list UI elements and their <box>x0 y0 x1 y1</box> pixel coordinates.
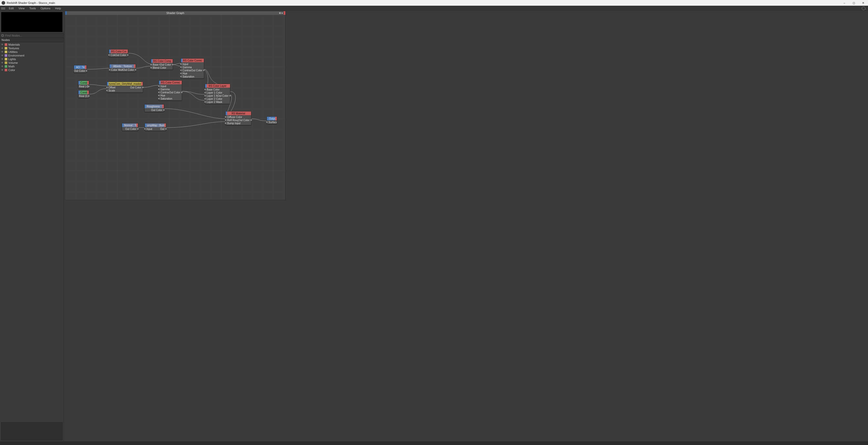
port-in[interactable] <box>266 122 268 123</box>
node-dirtywall-texture[interactable]: turesCom_DirtyWall_masked_XL : Textu Off… <box>107 82 143 93</box>
expand-icon[interactable] <box>1 65 4 68</box>
port-in[interactable] <box>204 101 206 103</box>
shader-graph-window[interactable]: Shader Graph ✥ ▾ <box>65 11 286 200</box>
port-label: Input <box>145 128 152 131</box>
expand-icon[interactable] <box>1 47 4 49</box>
clear-search-icon[interactable]: × <box>1 34 4 37</box>
node-output[interactable]: Output Surface <box>267 116 277 124</box>
port-label: Real (-0.5) <box>79 85 89 88</box>
port-out[interactable] <box>135 69 136 71</box>
node-bump-map[interactable]: umpMap : Bump Ma InputOut <box>145 123 166 131</box>
port-in[interactable] <box>158 89 160 90</box>
expand-icon[interactable] <box>1 43 4 46</box>
port-in[interactable] <box>204 89 206 90</box>
port-in[interactable] <box>158 95 160 96</box>
port-in[interactable] <box>150 64 152 65</box>
node-title: RS Color Correct <box>181 59 204 62</box>
expand-icon[interactable] <box>1 50 4 53</box>
menu-tools[interactable]: Tools <box>27 6 38 10</box>
port-out[interactable] <box>165 128 167 130</box>
expand-icon[interactable] <box>1 62 4 64</box>
close-button[interactable]: ✕ <box>860 1 866 5</box>
port-out[interactable] <box>163 109 165 111</box>
port-in[interactable] <box>204 92 206 93</box>
collapse-icon[interactable]: ▾ <box>281 12 283 14</box>
port-in[interactable] <box>225 123 226 124</box>
sidebar: × Nodes Materials Textures Utilities Env… <box>0 11 64 441</box>
node-rs-color-layer[interactable]: RS Color Layer Base Color Layer 1 Color … <box>205 84 230 104</box>
tree-item-environment[interactable]: Environment <box>0 54 64 57</box>
port-in[interactable] <box>144 128 146 130</box>
node-constant-2[interactable]: Constant Real (0.1) <box>78 90 89 98</box>
menu-edit[interactable]: Edit <box>7 6 16 10</box>
tree-item-materials[interactable]: Materials <box>0 43 64 46</box>
port-in[interactable] <box>204 98 206 100</box>
title-cap-left <box>65 11 67 15</box>
port-in[interactable] <box>108 54 110 56</box>
expand-icon[interactable] <box>1 69 4 71</box>
port-in[interactable] <box>106 90 108 91</box>
node-roughness-texture[interactable]: Roughness : Textur Out Color <box>144 104 164 112</box>
shader-graph-titlebar[interactable]: Shader Graph ✥ ▾ <box>65 11 285 15</box>
port-out[interactable] <box>142 87 144 88</box>
node-rs-material[interactable]: RS Material Diffuse Color Refl RoughneOu… <box>225 111 251 125</box>
node-rs-color-correct-1[interactable]: RS Color Correct Input Gamma ContrastOut… <box>181 58 204 78</box>
port-in[interactable] <box>180 66 182 68</box>
port-in[interactable] <box>150 67 152 68</box>
material-preview[interactable] <box>1 12 63 32</box>
port-in[interactable] <box>180 76 182 77</box>
hamburger-icon[interactable] <box>1 7 5 9</box>
port-out[interactable] <box>181 92 183 93</box>
tree-item-textures[interactable]: Textures <box>0 46 64 50</box>
expand-icon[interactable] <box>1 58 4 61</box>
port-out[interactable] <box>203 69 205 71</box>
node-ao-texture[interactable]: AO : Texture Out Color <box>74 65 87 73</box>
port-in[interactable] <box>158 85 160 87</box>
port-in[interactable] <box>158 98 160 99</box>
port-out[interactable] <box>86 70 87 72</box>
port-label: Blend Color <box>151 66 166 69</box>
port-in[interactable] <box>158 92 160 93</box>
menu-options[interactable]: Options <box>38 6 53 10</box>
tree-item-utilities[interactable]: Utilities <box>0 50 64 54</box>
node-rs-color-composite[interactable]: RS Color Composite Base ColorOut Color B… <box>151 59 173 70</box>
node-category-tree: Materials Textures Utilities Environment… <box>0 42 64 421</box>
port-in[interactable] <box>106 87 108 88</box>
node-canvas[interactable]: RS Color Constant ColorOut Color AO : Te… <box>65 15 285 200</box>
minimize-button[interactable]: – <box>841 1 848 5</box>
port-out[interactable] <box>88 95 90 97</box>
tree-item-lights[interactable]: Lights <box>0 57 64 61</box>
node-rs-color-correct-2[interactable]: RS Color Correct Input Gamma ContrastOut… <box>159 80 182 101</box>
node-normal-texture[interactable]: Normal : Textur Out Color <box>122 123 138 131</box>
port-in[interactable] <box>109 69 110 71</box>
port-in[interactable] <box>180 73 182 74</box>
tree-item-volume[interactable]: Volume <box>0 61 64 65</box>
port-out[interactable] <box>137 128 138 130</box>
port-out[interactable] <box>250 119 252 121</box>
port-label: Surface <box>267 121 277 124</box>
menu-view[interactable]: View <box>17 6 27 10</box>
port-in[interactable] <box>180 69 182 71</box>
port-out[interactable] <box>127 54 128 56</box>
search-icon[interactable] <box>862 6 865 10</box>
port-out[interactable] <box>88 85 90 87</box>
expand-icon[interactable] <box>1 54 4 57</box>
node-search-input[interactable] <box>5 34 63 37</box>
node-constant-1[interactable]: Constant Real (-0.5) <box>78 81 89 89</box>
port-out[interactable] <box>229 95 231 97</box>
port-in[interactable] <box>180 63 182 65</box>
port-in[interactable] <box>225 119 226 121</box>
port-label: Out Color <box>125 128 138 131</box>
node-albedo-texture[interactable]: Albedo : Texture Color MultiplOut Color <box>109 64 136 72</box>
port-label: Out Color <box>191 69 204 72</box>
port-in[interactable] <box>225 116 226 118</box>
port-in[interactable] <box>204 95 206 97</box>
maximize-button[interactable]: ◻ <box>850 1 857 5</box>
node-rs-color-constant[interactable]: RS Color Constant ColorOut Color <box>109 49 128 57</box>
menu-help[interactable]: Help <box>53 6 63 10</box>
move-icon[interactable]: ✥ <box>279 12 281 14</box>
tree-item-math[interactable]: Math <box>0 65 64 68</box>
port-label: Out Color <box>169 91 182 94</box>
port-out[interactable] <box>172 64 174 65</box>
tree-item-color[interactable]: Color <box>0 68 64 72</box>
